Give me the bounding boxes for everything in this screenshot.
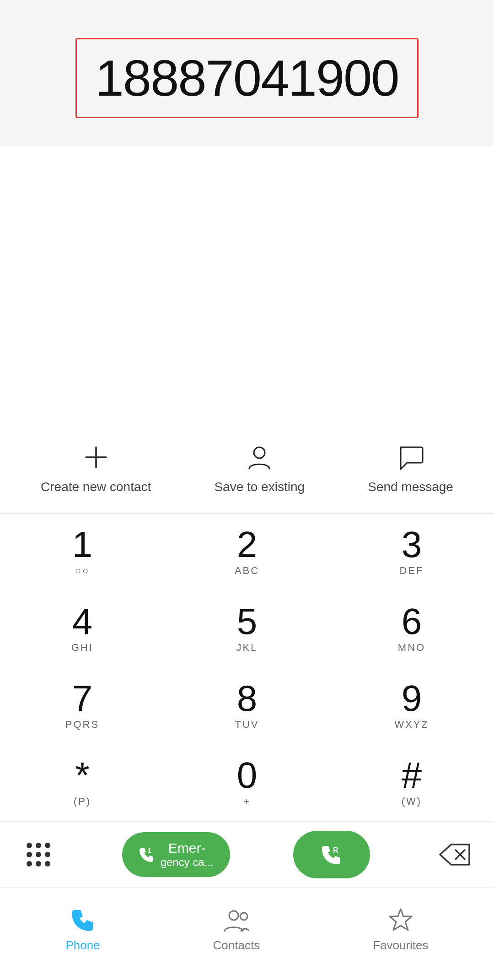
svg-marker-18 bbox=[390, 909, 412, 930]
dial-letters-hash: (W) bbox=[402, 796, 422, 808]
phone-number: 18887041900 bbox=[95, 49, 398, 107]
dial-number-0: 0 bbox=[237, 757, 258, 794]
nav-contacts[interactable]: Contacts bbox=[190, 902, 283, 957]
dial-letters-6: MNO bbox=[398, 642, 425, 655]
message-icon bbox=[395, 441, 427, 473]
dialpad: 1 ○○ 2 ABC 3 DEF 4 GHI 5 JKL 6 MNO 7 PQR… bbox=[0, 514, 494, 821]
dial-key-star[interactable]: * (P) bbox=[0, 744, 165, 821]
phone-display-area: 18887041900 bbox=[0, 0, 494, 146]
svg-point-17 bbox=[240, 913, 247, 920]
dial-letters-star: (P) bbox=[74, 796, 91, 808]
dial-key-2[interactable]: 2 ABC bbox=[165, 514, 329, 590]
dial-number-1: 1 bbox=[72, 526, 93, 563]
svg-text:R: R bbox=[333, 846, 338, 854]
nav-phone-label: Phone bbox=[65, 938, 100, 953]
dial-letters-3: DEF bbox=[400, 565, 424, 578]
save-to-existing-button[interactable]: Save to existing bbox=[200, 437, 318, 499]
dial-key-6[interactable]: 6 MNO bbox=[329, 590, 494, 667]
create-new-contact-button[interactable]: Create new contact bbox=[27, 437, 165, 499]
nav-favourites[interactable]: Favourites bbox=[350, 902, 451, 957]
bottom-nav: Phone Contacts Favourites bbox=[0, 888, 494, 980]
send-message-button[interactable]: Send message bbox=[354, 437, 467, 499]
backspace-button[interactable] bbox=[434, 838, 476, 871]
dial-key-hash[interactable]: # (W) bbox=[329, 744, 494, 821]
dial-number-hash: # bbox=[402, 757, 422, 794]
dial-key-8[interactable]: 8 TUV bbox=[165, 667, 329, 744]
dial-letters-4: GHI bbox=[71, 642, 93, 655]
svg-point-5 bbox=[45, 843, 50, 848]
phone-number-box: 18887041900 bbox=[75, 38, 418, 118]
svg-point-7 bbox=[36, 852, 41, 857]
bottom-action-bar: 1 Emer- gency ca... R bbox=[0, 821, 494, 888]
svg-point-11 bbox=[45, 861, 50, 866]
dial-key-4[interactable]: 4 GHI bbox=[0, 590, 165, 667]
emergency-call-button[interactable]: 1 Emer- gency ca... bbox=[122, 832, 230, 877]
dial-key-9[interactable]: 9 WXYZ bbox=[329, 667, 494, 744]
call-button[interactable]: R bbox=[293, 831, 370, 878]
dial-letters-1: ○○ bbox=[75, 565, 90, 578]
svg-point-10 bbox=[36, 861, 41, 866]
svg-point-6 bbox=[27, 852, 32, 857]
svg-point-8 bbox=[45, 852, 50, 857]
dial-key-5[interactable]: 5 JKL bbox=[165, 590, 329, 667]
dial-key-3[interactable]: 3 DEF bbox=[329, 514, 494, 590]
dial-letters-8: TUV bbox=[235, 719, 259, 731]
action-row: Create new contact Save to existing Send… bbox=[0, 418, 494, 513]
send-message-label: Send message bbox=[368, 480, 453, 494]
dial-key-1[interactable]: 1 ○○ bbox=[0, 514, 165, 590]
save-to-existing-label: Save to existing bbox=[214, 480, 305, 494]
dial-number-8: 8 bbox=[237, 680, 258, 717]
plus-icon bbox=[80, 441, 112, 473]
dial-number-2: 2 bbox=[237, 526, 258, 563]
dial-letters-9: WXYZ bbox=[394, 719, 429, 731]
nav-contacts-label: Contacts bbox=[213, 938, 260, 953]
dial-number-9: 9 bbox=[402, 680, 422, 717]
dial-number-3: 3 bbox=[402, 526, 422, 563]
dial-key-0[interactable]: 0 + bbox=[165, 744, 329, 821]
svg-point-16 bbox=[229, 911, 238, 920]
svg-point-9 bbox=[27, 861, 32, 866]
dial-number-5: 5 bbox=[237, 603, 258, 640]
dial-letters-7: PQRS bbox=[65, 719, 99, 731]
svg-point-3 bbox=[27, 843, 32, 848]
svg-text:1: 1 bbox=[148, 847, 151, 854]
person-icon bbox=[243, 441, 275, 473]
svg-point-4 bbox=[36, 843, 41, 848]
dial-letters-0: + bbox=[243, 796, 251, 808]
nav-phone[interactable]: Phone bbox=[43, 902, 123, 957]
dial-number-star: * bbox=[75, 757, 89, 794]
dial-letters-5: JKL bbox=[236, 642, 258, 655]
dial-number-4: 4 bbox=[72, 603, 93, 640]
nav-favourites-label: Favourites bbox=[373, 938, 428, 953]
create-new-contact-label: Create new contact bbox=[41, 480, 151, 494]
spacer bbox=[0, 146, 494, 418]
dial-key-7[interactable]: 7 PQRS bbox=[0, 667, 165, 744]
emergency-label: Emer- bbox=[161, 840, 214, 856]
svg-point-2 bbox=[254, 447, 265, 458]
dialpad-toggle-button[interactable] bbox=[18, 834, 59, 875]
dial-number-6: 6 bbox=[402, 603, 422, 640]
dial-letters-2: ABC bbox=[235, 565, 259, 578]
dial-number-7: 7 bbox=[72, 680, 93, 717]
emergency-sub: gency ca... bbox=[161, 856, 214, 869]
